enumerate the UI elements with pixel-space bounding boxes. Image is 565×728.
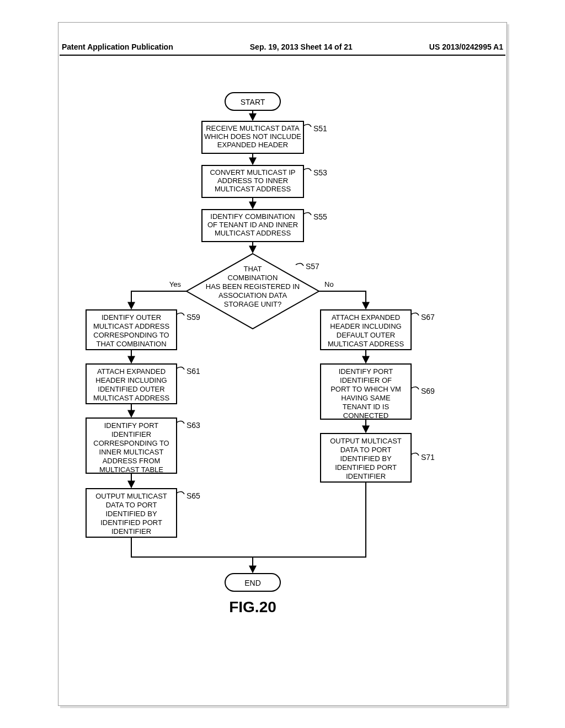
step-s67: ATTACH EXPANDED HEADER INCLUDING DEFAULT…	[321, 310, 435, 350]
svg-text:S67: S67	[421, 313, 435, 322]
svg-text:MULTICAST ADDRESS: MULTICAST ADDRESS	[93, 322, 170, 330]
svg-text:IDENTIFY PORT: IDENTIFY PORT	[339, 367, 393, 376]
svg-text:ADDRESS FROM: ADDRESS FROM	[103, 457, 161, 465]
svg-text:S57: S57	[306, 262, 319, 271]
svg-text:MULTICAST ADDRESS: MULTICAST ADDRESS	[93, 394, 170, 402]
svg-text:IDENTIFY COMBINATION: IDENTIFY COMBINATION	[210, 212, 295, 221]
step-s57: THAT COMBINATION HAS BEEN REGISTERED IN …	[186, 254, 319, 329]
svg-text:HAVING SAME: HAVING SAME	[341, 394, 391, 402]
svg-text:IDENTIFIER OF: IDENTIFIER OF	[340, 376, 392, 384]
svg-text:IDENTIFIED OUTER: IDENTIFIED OUTER	[98, 385, 164, 393]
svg-text:MULTICAST TABLE: MULTICAST TABLE	[99, 465, 163, 474]
svg-text:INNER MULTICAST: INNER MULTICAST	[99, 448, 164, 456]
step-s51: RECEIVE MULTICAST DATA WHICH DOES NOT IN…	[202, 121, 327, 153]
start-terminal: START	[225, 93, 280, 110]
edge-no-label: No	[324, 280, 334, 288]
svg-text:MULTICAST ADDRESS: MULTICAST ADDRESS	[328, 340, 404, 348]
svg-text:HAS BEEN REGISTERED IN: HAS BEEN REGISTERED IN	[206, 282, 300, 291]
svg-text:MULTICAST ADDRESS: MULTICAST ADDRESS	[215, 229, 291, 237]
svg-text:CONNECTED: CONNECTED	[343, 411, 388, 420]
end-label: END	[244, 579, 261, 587]
svg-text:IDENTIFIED PORT: IDENTIFIED PORT	[100, 518, 162, 527]
end-terminal: END	[225, 574, 280, 591]
svg-text:DATA TO PORT: DATA TO PORT	[106, 501, 157, 509]
svg-text:CORRESPONDING TO: CORRESPONDING TO	[93, 331, 169, 339]
page: Patent Application Publication Sep. 19, …	[0, 0, 565, 728]
svg-text:S71: S71	[421, 453, 435, 462]
step-s71: OUTPUT MULTICAST DATA TO PORT IDENTIFIED…	[321, 433, 435, 482]
svg-text:PORT TO WHICH VM: PORT TO WHICH VM	[331, 385, 401, 393]
svg-text:TENANT ID IS: TENANT ID IS	[343, 403, 390, 411]
svg-text:COMBINATION: COMBINATION	[228, 274, 278, 282]
header-center: Sep. 19, 2013 Sheet 14 of 21	[250, 42, 353, 51]
svg-text:S69: S69	[421, 387, 435, 395]
flowchart-stage: START RECEIVE MULTICAST DATA WHICH DOES …	[60, 55, 505, 703]
svg-text:OUTPUT MULTICAST: OUTPUT MULTICAST	[330, 437, 402, 445]
svg-text:IDENTIFY OUTER: IDENTIFY OUTER	[102, 313, 161, 322]
edge-yes-label: Yes	[169, 280, 182, 288]
svg-text:ASSOCIATION DATA: ASSOCIATION DATA	[218, 291, 287, 299]
svg-text:MULTICAST ADDRESS: MULTICAST ADDRESS	[215, 185, 291, 193]
edge-s71-merge	[253, 482, 366, 557]
svg-text:S59: S59	[186, 313, 200, 322]
step-s61: ATTACH EXPANDED HEADER INCLUDING IDENTIF…	[86, 364, 200, 404]
svg-text:HEADER INCLUDING: HEADER INCLUDING	[330, 322, 401, 330]
svg-text:S65: S65	[186, 491, 200, 500]
svg-text:IDENTIFIER: IDENTIFIER	[346, 472, 386, 480]
svg-text:S53: S53	[313, 168, 327, 177]
step-s55: IDENTIFY COMBINATION OF TENANT ID AND IN…	[202, 210, 327, 242]
svg-text:OUTPUT MULTICAST: OUTPUT MULTICAST	[95, 492, 167, 500]
svg-text:EXPANDED HEADER: EXPANDED HEADER	[217, 141, 288, 149]
svg-text:IDENTIFIED PORT: IDENTIFIED PORT	[335, 463, 397, 472]
header-left: Patent Application Publication	[62, 42, 173, 51]
svg-text:CORRESPONDING TO: CORRESPONDING TO	[93, 439, 169, 447]
step-s65: OUTPUT MULTICAST DATA TO PORT IDENTIFIED…	[86, 489, 200, 537]
svg-text:ATTACH EXPANDED: ATTACH EXPANDED	[97, 367, 166, 376]
svg-text:THAT: THAT	[244, 265, 262, 273]
svg-text:IDENTIFIED BY: IDENTIFIED BY	[340, 454, 392, 463]
svg-text:OF TENANT ID AND INNER: OF TENANT ID AND INNER	[207, 221, 298, 229]
edge-s65-merge	[131, 537, 253, 557]
svg-text:IDENTIFIER: IDENTIFIER	[111, 430, 151, 438]
start-label: START	[241, 98, 265, 106]
svg-text:S63: S63	[186, 421, 200, 430]
svg-text:STORAGE UNIT?: STORAGE UNIT?	[224, 300, 282, 308]
svg-text:THAT COMBINATION: THAT COMBINATION	[96, 340, 166, 348]
step-s69: IDENTIFY PORT IDENTIFIER OF PORT TO WHIC…	[321, 364, 435, 420]
svg-text:S51: S51	[313, 124, 327, 133]
svg-text:WHICH DOES NOT INCLUDE: WHICH DOES NOT INCLUDE	[204, 132, 301, 141]
edge-s57-yes	[131, 291, 186, 309]
svg-text:ATTACH EXPANDED: ATTACH EXPANDED	[332, 313, 400, 322]
step-s53: CONVERT MULTICAST IP ADDRESS TO INNER MU…	[202, 165, 327, 197]
svg-text:S61: S61	[186, 367, 200, 376]
flowchart-svg: START RECEIVE MULTICAST DATA WHICH DOES …	[60, 55, 505, 703]
svg-text:DEFAULT OUTER: DEFAULT OUTER	[337, 331, 395, 339]
svg-text:HEADER INCLUDING: HEADER INCLUDING	[95, 376, 167, 384]
svg-text:CONVERT MULTICAST IP: CONVERT MULTICAST IP	[210, 168, 295, 176]
edge-s57-no	[319, 291, 366, 309]
step-s63: IDENTIFY PORT IDENTIFIER CORRESPONDING T…	[86, 418, 200, 474]
svg-text:RECEIVE MULTICAST DATA: RECEIVE MULTICAST DATA	[206, 124, 300, 132]
header-row: Patent Application Publication Sep. 19, …	[60, 42, 505, 56]
svg-text:IDENTIFY PORT: IDENTIFY PORT	[104, 421, 159, 430]
svg-text:ADDRESS TO INNER: ADDRESS TO INNER	[217, 176, 288, 185]
svg-text:IDENTIFIER: IDENTIFIER	[111, 527, 151, 536]
svg-text:S55: S55	[313, 212, 327, 221]
svg-text:IDENTIFIED BY: IDENTIFIED BY	[105, 510, 157, 518]
header-right: US 2013/0242995 A1	[429, 42, 503, 51]
svg-text:DATA TO PORT: DATA TO PORT	[340, 446, 392, 454]
step-s59: IDENTIFY OUTER MULTICAST ADDRESS CORRESP…	[86, 310, 200, 350]
figure-caption: FIG.20	[229, 598, 276, 615]
